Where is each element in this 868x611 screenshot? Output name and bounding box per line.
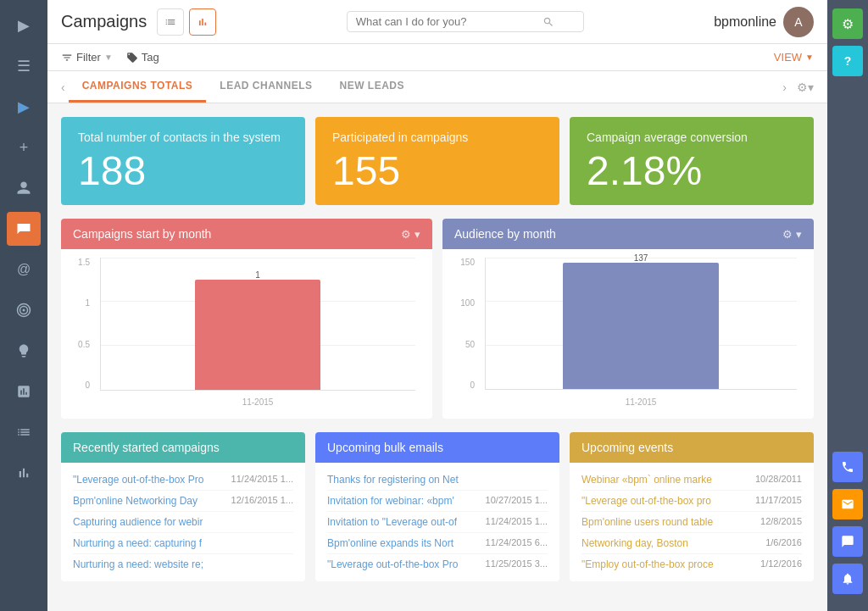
bottom-panels-row: Recently started campaigns "Leverage out… xyxy=(61,432,814,581)
list-item: "Leverage out-of-the-box Pro 11/24/2015 … xyxy=(73,469,293,491)
upcoming-emails-title: Upcoming bulk emails xyxy=(327,441,443,454)
event-date-1: 10/28/2011 xyxy=(755,474,802,486)
filter-label: Filter xyxy=(76,51,101,64)
view-dropdown-icon: ▼ xyxy=(805,53,814,62)
list-item: Capturing audience for webir xyxy=(73,512,293,533)
tag-label: Tag xyxy=(142,51,159,64)
email-date-3: 11/24/2015 1... xyxy=(486,516,548,528)
email-link-3[interactable]: Invitation to "Leverage out-of xyxy=(327,516,457,528)
email-link-2[interactable]: Invitation for webinar: «bpm' xyxy=(327,495,454,507)
tab-chevron-left[interactable]: ‹ xyxy=(61,81,65,94)
brand-area: bpmonline A xyxy=(714,7,814,37)
upcoming-emails-header: Upcoming bulk emails xyxy=(315,432,559,463)
event-link-3[interactable]: Bpm'online users round table xyxy=(581,516,713,528)
user-avatar[interactable]: A xyxy=(783,7,814,37)
nav-add[interactable]: + xyxy=(7,131,41,164)
list-item: Invitation to "Leverage out-of 11/24/201… xyxy=(327,512,548,533)
campaign-link-1[interactable]: "Leverage out-of-the-box Pro xyxy=(73,474,203,486)
stat-card-contacts: Total number of contacts in the system 1… xyxy=(61,117,305,205)
event-link-1[interactable]: Webinar «bpm` online marke xyxy=(581,474,712,486)
list-view-button[interactable] xyxy=(157,8,184,36)
y-label-0.5: 0.5 xyxy=(70,340,90,349)
stat-participated-label: Participated in campaigns xyxy=(332,131,542,144)
notification-button[interactable] xyxy=(832,564,863,594)
svg-point-2 xyxy=(23,309,25,312)
tab-lead-channels[interactable]: LEAD CHANNELS xyxy=(206,71,326,103)
search-icon xyxy=(542,16,554,28)
email-link-4[interactable]: Bpm'online expands its Nort xyxy=(327,537,453,549)
y-label-1.5: 1.5 xyxy=(70,258,90,267)
nav-email[interactable]: @ xyxy=(7,253,41,286)
phone-button[interactable] xyxy=(832,452,863,482)
campaign-link-4[interactable]: Nurturing a need: capturing f xyxy=(73,537,202,549)
nav-analytics[interactable] xyxy=(7,456,41,490)
audience-chart-body: 150 100 50 0 xyxy=(442,249,814,419)
header-view-icons xyxy=(157,8,216,36)
ay-label-0: 0 xyxy=(451,380,475,390)
campaign-bar xyxy=(195,280,321,390)
tab-new-leads[interactable]: NEW LEADS xyxy=(326,71,419,103)
stat-conversion-label: Campaign average conversion xyxy=(587,131,797,144)
event-link-2[interactable]: "Leverage out-of-the-box pro xyxy=(581,495,711,507)
campaign-link-3[interactable]: Capturing audience for webir xyxy=(73,516,203,528)
recent-campaigns-header: Recently started campaigns xyxy=(61,432,305,463)
audience-chart: Audience by month ⚙ ▾ 150 100 50 0 xyxy=(442,219,814,419)
nav-bulb[interactable] xyxy=(7,334,41,368)
campaign-link-5[interactable]: Nurturing a need: website re; xyxy=(73,558,203,570)
nav-expand[interactable]: ▶ xyxy=(7,8,41,42)
campaigns-chart-body: 1.5 1 0.5 0 xyxy=(61,249,432,419)
tab-campaigns-totals[interactable]: CAMPAIGNS TOTALS xyxy=(69,71,207,103)
toolbar-left: Filter ▼ Tag xyxy=(61,51,159,64)
nav-list[interactable] xyxy=(7,415,41,449)
main-content: Campaigns bpmonline A Filter ▼ xyxy=(47,0,827,611)
audience-chart-title: Audience by month xyxy=(454,227,556,241)
recent-campaigns-title: Recently started campaigns xyxy=(73,441,220,454)
chart-view-button[interactable] xyxy=(189,8,216,36)
nav-contacts[interactable] xyxy=(7,171,41,205)
nav-home[interactable]: ▶ xyxy=(7,90,41,124)
list-item: Invitation for webinar: «bpm' 10/27/2015… xyxy=(327,491,548,512)
campaign-link-2[interactable]: Bpm'online Networking Day xyxy=(73,495,198,507)
campaign-bar-label: 1 xyxy=(195,270,321,280)
email-link-5[interactable]: "Leverage out-of-the-box Pro xyxy=(327,558,458,570)
tab-bar: ‹ CAMPAIGNS TOTALS LEAD CHANNELS NEW LEA… xyxy=(47,71,827,103)
event-link-5[interactable]: "Employ out-of-the-box proce xyxy=(581,558,714,570)
list-item: Nurturing a need: website re; xyxy=(73,554,293,575)
campaigns-start-chart: Campaigns start by month ⚙ ▾ 1.5 1 0.5 0 xyxy=(61,219,432,419)
tab-chevron-right[interactable]: › xyxy=(782,81,787,94)
filter-dropdown-icon: ▼ xyxy=(104,53,113,62)
tab-settings-button[interactable]: ⚙▾ xyxy=(797,81,814,94)
view-button[interactable]: VIEW ▼ xyxy=(774,51,814,64)
left-navigation: ▶ ☰ ▶ + @ xyxy=(0,0,47,611)
search-input-wrapper[interactable] xyxy=(347,11,584,32)
campaigns-chart-settings[interactable]: ⚙ ▾ xyxy=(401,228,420,241)
email-date-5: 11/25/2015 3... xyxy=(486,558,548,570)
tab-right-controls: › ⚙▾ xyxy=(782,81,814,94)
email-link-1[interactable]: Thanks for registering on Net xyxy=(327,474,459,486)
email-button[interactable] xyxy=(832,489,863,519)
chat-button[interactable] xyxy=(832,526,863,557)
upcoming-emails-body: Thanks for registering on Net Invitation… xyxy=(315,463,559,581)
app-header: Campaigns bpmonline A xyxy=(47,0,827,44)
audience-chart-settings[interactable]: ⚙ ▾ xyxy=(782,228,802,241)
charts-row: Campaigns start by month ⚙ ▾ 1.5 1 0.5 0 xyxy=(61,219,814,419)
tag-button[interactable]: Tag xyxy=(126,51,159,64)
nav-reports[interactable] xyxy=(7,375,41,408)
event-link-4[interactable]: Networking day, Boston xyxy=(581,537,688,549)
list-item: Thanks for registering on Net xyxy=(327,469,548,491)
list-item: "Leverage out-of-the-box pro 11/17/2015 xyxy=(581,491,802,512)
dashboard-content: Total number of contacts in the system 1… xyxy=(47,103,827,611)
settings-button[interactable]: ⚙ xyxy=(832,8,863,39)
upcoming-events-header: Upcoming events xyxy=(570,432,814,463)
search-input[interactable] xyxy=(356,15,542,28)
campaigns-chart-header: Campaigns start by month ⚙ ▾ xyxy=(61,219,432,249)
help-button[interactable]: ? xyxy=(832,46,863,76)
list-item: Bpm'online Networking Day 12/16/2015 1..… xyxy=(73,491,293,512)
nav-campaigns[interactable] xyxy=(7,212,41,246)
toolbar: Filter ▼ Tag VIEW ▼ xyxy=(47,44,827,71)
nav-target[interactable] xyxy=(7,293,41,327)
audience-x-label: 11-2015 xyxy=(485,397,797,407)
audience-chart-header: Audience by month ⚙ ▾ xyxy=(442,219,814,249)
nav-menu[interactable]: ☰ xyxy=(7,49,41,83)
filter-button[interactable]: Filter ▼ xyxy=(61,51,113,64)
